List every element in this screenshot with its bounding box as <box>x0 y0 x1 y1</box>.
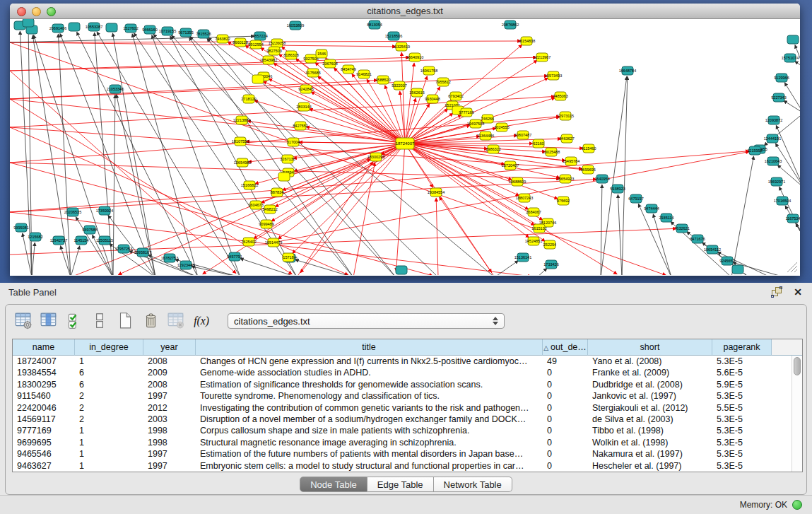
table-row[interactable]: 969969511998Structural magnetic resonanc… <box>13 437 792 448</box>
table-row[interactable]: 1938455462009Genome-wide association stu… <box>13 367 792 378</box>
graph-node-label: 17359924 <box>96 209 113 213</box>
table-cell-title: Estimation of significance thresholds fo… <box>196 379 543 390</box>
graph-node-label: 1546 <box>317 52 326 56</box>
table-row[interactable]: 977716911998Corpus callosum shape and si… <box>13 425 792 436</box>
table-row[interactable]: 1830029562008Estimation of significance … <box>13 379 792 390</box>
select-rows-button[interactable] <box>64 310 85 332</box>
column-header-name[interactable]: name <box>13 339 75 356</box>
graph-node-label: 7857224 <box>252 34 267 38</box>
table-row[interactable]: 946554611997Estimation of the future num… <box>13 448 792 460</box>
table-selector-dropdown[interactable]: citations_edges.txt <box>228 313 505 329</box>
graph-node-label: 1640954 <box>594 177 609 181</box>
graph-node[interactable] <box>69 23 80 31</box>
graph-node-label: 3267130 <box>280 157 295 161</box>
graph-node-label: 16782753 <box>161 256 178 260</box>
table-cell-short: Nakamura et al. (1997) <box>588 448 712 460</box>
function-builder-button[interactable]: f(x) <box>191 310 212 332</box>
select-rows-icon <box>65 311 83 329</box>
table-cell-short: Yano et al. (2008) <box>588 356 712 367</box>
citation-network-graph[interactable]: 2069140610553287152760294661601071915596… <box>10 19 800 275</box>
graph-node[interactable] <box>278 173 290 181</box>
graph-node-label: 12093872 <box>765 118 782 122</box>
graph-node-label: 17957253 <box>115 247 132 251</box>
table-cell-name: 9699695 <box>13 437 75 448</box>
scrollbar-thumb[interactable] <box>794 357 801 375</box>
memory-status-label: Memory: OK <box>740 500 787 510</box>
graph-node-label: 15692971 <box>768 180 785 184</box>
table-settings-button[interactable] <box>13 310 34 332</box>
delete-table-icon <box>167 311 185 329</box>
table-cell-out_de: 0 <box>543 414 588 425</box>
table-cell-short: Wolkin et al. (1998) <box>588 437 712 448</box>
memory-status-icon <box>792 500 802 510</box>
table-cell-pagerank: 5.3E-5 <box>712 425 772 436</box>
window-titlebar[interactable]: citations_edges.txt <box>10 4 800 19</box>
graph-node-label: 1527602 <box>123 26 138 30</box>
table-row[interactable]: 946362711997Embryonic stem cells: a mode… <box>13 460 792 472</box>
graph-node-label: 3175685 <box>305 71 320 75</box>
tab-network-table[interactable]: Network Table <box>434 477 512 492</box>
graph-node-label: 12923448 <box>177 263 194 267</box>
graph-node-label: 10025488 <box>543 150 560 154</box>
graph-node-label: 16154838 <box>518 39 535 43</box>
table-scrollbar[interactable] <box>792 356 802 472</box>
table-cell-out_de: 0 <box>543 379 588 390</box>
graph-node[interactable] <box>732 265 743 274</box>
table-mode-button[interactable] <box>89 310 110 332</box>
float-panel-icon[interactable] <box>771 286 782 298</box>
graph-node[interactable] <box>106 23 117 32</box>
table-row[interactable]: 911546021997Tourette syndrome. Phenomeno… <box>13 390 792 402</box>
network-canvas[interactable]: 2069140610553287152760294661601071915596… <box>10 19 800 275</box>
column-header-out_de[interactable]: △out_de… <box>543 339 588 356</box>
graph-node-label: 887834 <box>271 190 283 194</box>
resize-grip[interactable] <box>784 259 799 274</box>
table-cell-short: Hescheler et al. (1997) <box>588 460 712 472</box>
column-header-short[interactable]: short <box>588 339 712 356</box>
tab-edge-table[interactable]: Edge Table <box>367 477 434 492</box>
graph-node-label: 9245652 <box>719 259 734 263</box>
delete-column-button[interactable] <box>140 310 161 332</box>
table-panel-title: Table Panel <box>8 287 57 298</box>
graph-node[interactable] <box>787 35 799 44</box>
tab-node-table[interactable]: Node Table <box>300 477 367 492</box>
graph-node-label: 18807243 <box>516 196 533 200</box>
graph-node-label: 6793402 <box>448 94 463 98</box>
graph-node-label: 16543982 <box>260 58 277 62</box>
table-cell-name: 9463627 <box>13 460 75 472</box>
table-cell-title: Investigating the contribution of common… <box>196 402 543 414</box>
table-cell-short: Jankovic et al. (1997) <box>588 390 712 402</box>
table-row[interactable]: 1456911722003Disruption of a novel membe… <box>13 414 792 425</box>
table-row[interactable]: 2242004622012Investigating the contribut… <box>13 402 792 414</box>
delete-table-button[interactable] <box>165 310 187 332</box>
table-row[interactable]: 1872400712008Changes of HCN gene express… <box>13 356 792 367</box>
graph-node[interactable] <box>252 75 264 83</box>
graph-node-label: 7632621 <box>674 226 689 230</box>
table-selector-value: citations_edges.txt <box>234 316 310 327</box>
new-column-button[interactable] <box>114 310 136 332</box>
column-header-pagerank[interactable]: pagerank <box>712 339 772 356</box>
minimize-window-icon[interactable] <box>32 7 41 16</box>
select-column-button[interactable] <box>38 310 59 332</box>
column-header-in_degree[interactable]: in_degree <box>75 339 143 356</box>
close-window-icon[interactable] <box>17 7 26 16</box>
column-header-title[interactable]: title <box>196 339 543 356</box>
graph-node-label: 15218506 <box>385 34 402 38</box>
graph-node[interactable] <box>396 266 407 274</box>
desktop: citations_edges.txt 20691406105532871527… <box>0 0 812 514</box>
table-cell-pagerank: 5.9E-5 <box>712 379 772 390</box>
graph-node-label: 16210643 <box>765 159 782 163</box>
graph-node-label: 3024555 <box>494 125 509 129</box>
sort-ascending-icon: △ <box>543 344 548 351</box>
table-cell-title: Estimation of the future numbers of pati… <box>196 448 543 460</box>
graph-node-label: 11325419 <box>393 45 410 49</box>
zoom-window-icon[interactable] <box>47 7 56 16</box>
table-cell-year: 2012 <box>143 402 196 414</box>
graph-node-label: 1604673 <box>248 203 263 207</box>
table-cell-pagerank: 5.5E-5 <box>712 402 772 414</box>
graph-node[interactable] <box>23 19 34 27</box>
close-panel-icon[interactable]: ✕ <box>794 287 802 297</box>
column-header-year[interactable]: year <box>143 339 196 356</box>
table-cell-year: 2009 <box>143 367 196 378</box>
graph-node-label: 9699695 <box>580 168 595 172</box>
table-cell-in_degree: 2 <box>75 414 143 425</box>
